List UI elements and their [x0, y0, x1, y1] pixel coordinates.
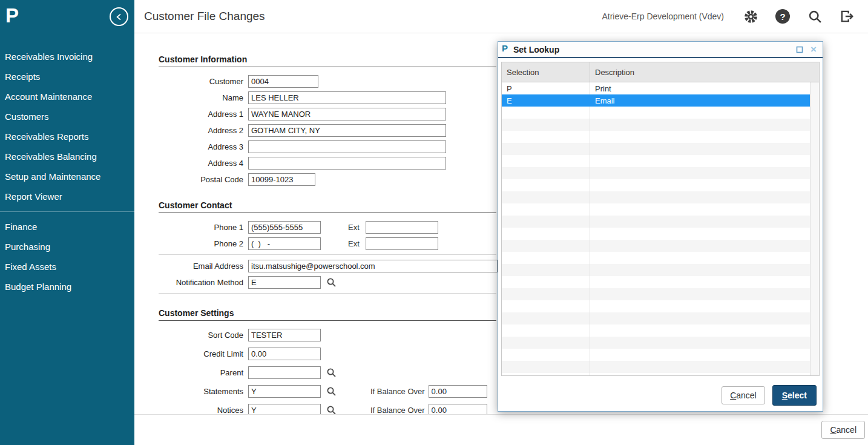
credit-limit-input[interactable] — [248, 348, 321, 360]
column-header-selection: Selection — [502, 62, 590, 82]
phone1-label: Phone 1 — [159, 223, 243, 232]
notification-method-lookup-icon[interactable] — [326, 277, 337, 288]
notification-method-input[interactable] — [248, 276, 321, 289]
select-button[interactable]: Select — [772, 385, 817, 406]
section-rule — [159, 67, 496, 67]
close-icon[interactable]: × — [809, 45, 818, 54]
dialog-window-controls: × — [795, 45, 818, 54]
top-header: Customer File Changes Atrieve-Erp Develo… — [134, 0, 868, 33]
lookup-row-description: Print — [590, 82, 810, 94]
phone2-ext-label: Ext — [348, 239, 360, 248]
statements-lookup-icon[interactable] — [326, 386, 337, 397]
notices-lookup-icon[interactable] — [326, 405, 337, 414]
sidebar-item-finance[interactable]: Finance — [0, 217, 134, 237]
parent-lookup-icon[interactable] — [326, 368, 337, 378]
lookup-row-description: Email — [590, 94, 810, 107]
sidebar-collapse-button[interactable] — [110, 7, 128, 26]
logout-icon[interactable] — [839, 8, 855, 24]
statements-balance-input[interactable] — [429, 385, 487, 398]
sidebar-item-receivables-balancing[interactable]: Receivables Balancing — [0, 147, 134, 166]
sidebar-item-receipts[interactable]: Receipts — [0, 67, 134, 87]
powerschool-logo-icon: P — [502, 43, 510, 56]
sidebar-item-report-viewer[interactable]: Report Viewer — [0, 186, 134, 206]
name-label: Name — [159, 93, 243, 102]
sidebar-divider — [0, 211, 134, 212]
lookup-row-selection: E — [502, 94, 590, 107]
notices-balance-input[interactable] — [429, 404, 487, 414]
sidebar-header: P — [0, 0, 134, 33]
search-icon[interactable] — [807, 8, 823, 24]
group-rule — [159, 293, 496, 294]
header-actions: Atrieve-Erp Development (Vdev) ? — [602, 8, 855, 24]
page-footer: Cancel — [134, 414, 868, 445]
lookup-row-email-selected[interactable]: E Email — [502, 94, 810, 107]
address4-input[interactable] — [248, 157, 446, 170]
address1-label: Address 1 — [159, 110, 243, 119]
lookup-table-header: Selection Description — [502, 62, 819, 82]
svg-text:P: P — [5, 4, 19, 27]
dialog-titlebar[interactable]: P Set Lookup × — [498, 42, 823, 58]
statements-input[interactable] — [248, 385, 321, 398]
parent-label: Parent — [159, 368, 243, 377]
sidebar-item-setup-and-maintenance[interactable]: Setup and Maintenance — [0, 166, 134, 186]
notices-balance-label: If Balance Over — [370, 406, 425, 414]
modal-cancel-button[interactable]: Cancel — [722, 386, 765, 404]
sort-code-label: Sort Code — [159, 331, 243, 340]
settings-gear-icon[interactable] — [743, 8, 758, 24]
maximize-icon[interactable] — [795, 45, 804, 54]
sidebar-item-account-maintenance[interactable]: Account Maintenance — [0, 87, 134, 107]
lookup-row-print[interactable]: P Print — [502, 82, 810, 94]
help-icon[interactable]: ? — [775, 8, 791, 24]
phone1-ext-label: Ext — [348, 223, 360, 232]
section-rule — [159, 213, 496, 213]
section-rule — [159, 320, 496, 321]
email-input[interactable] — [248, 260, 498, 272]
lookup-row-selection: P — [502, 82, 590, 94]
cancel-button[interactable]: Cancel — [821, 421, 865, 439]
address1-input[interactable] — [248, 108, 446, 120]
statements-balance-label: If Balance Over — [370, 387, 425, 396]
credit-limit-label: Credit Limit — [159, 349, 243, 358]
chevron-left-icon — [113, 11, 125, 23]
sidebar-item-fixed-assets[interactable]: Fixed Assets — [0, 257, 134, 277]
environment-label: Atrieve-Erp Development (Vdev) — [602, 12, 724, 21]
notices-input[interactable] — [248, 404, 321, 414]
group-rule — [159, 254, 496, 255]
postal-code-input[interactable] — [248, 173, 315, 186]
name-input[interactable] — [248, 91, 446, 104]
dialog-footer: Cancel Select — [722, 385, 817, 406]
phone2-ext-input[interactable] — [366, 237, 438, 250]
lookup-empty-rows — [502, 107, 810, 375]
page-title: Customer File Changes — [144, 10, 265, 23]
notices-label: Notices — [159, 406, 243, 414]
address2-label: Address 2 — [159, 126, 243, 135]
statements-label: Statements — [159, 387, 243, 396]
phone1-input[interactable] — [248, 221, 321, 234]
customer-input[interactable] — [248, 75, 318, 88]
notification-method-label: Notification Method — [159, 278, 243, 287]
phone1-ext-input[interactable] — [366, 221, 438, 234]
customer-label: Customer — [159, 77, 243, 86]
address4-label: Address 4 — [159, 159, 243, 168]
column-header-description: Description — [590, 62, 819, 82]
phone2-input[interactable] — [248, 237, 321, 250]
powerschool-logo-icon: P — [5, 4, 23, 30]
email-label: Email Address — [159, 262, 243, 271]
svg-text:P: P — [502, 43, 508, 53]
lookup-table: Selection Description P Print E Email — [501, 62, 820, 376]
parent-input[interactable] — [248, 366, 321, 379]
sidebar-nav: Receivables Invoicing Receipts Account M… — [0, 33, 134, 297]
address3-input[interactable] — [248, 140, 446, 153]
sidebar-item-receivables-reports[interactable]: Receivables Reports — [0, 127, 134, 147]
sidebar-item-budget-planning[interactable]: Budget Planning — [0, 277, 134, 297]
address2-input[interactable] — [248, 124, 446, 137]
sidebar-item-purchasing[interactable]: Purchasing — [0, 237, 134, 257]
dialog-title: Set Lookup — [513, 45, 559, 54]
sidebar-item-customers[interactable]: Customers — [0, 107, 134, 127]
lookup-scrollbar[interactable] — [810, 82, 819, 375]
sort-code-input[interactable] — [248, 329, 321, 341]
phone2-label: Phone 2 — [159, 239, 243, 248]
svg-text:?: ? — [780, 12, 785, 22]
sidebar-item-receivables-invoicing[interactable]: Receivables Invoicing — [0, 47, 134, 67]
sidebar: P Receivables Invoicing Receipts Account… — [0, 0, 134, 445]
